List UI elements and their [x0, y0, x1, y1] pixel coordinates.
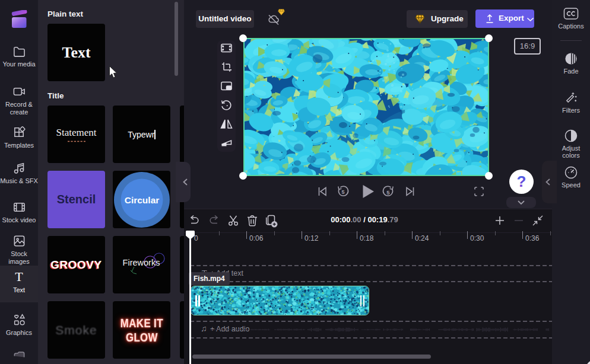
svg-text:Fireworks: Fireworks: [123, 258, 160, 267]
svg-text:5: 5: [386, 189, 390, 196]
svg-text:?: ?: [517, 173, 526, 190]
svg-text:T: T: [15, 270, 23, 284]
svg-text:Circular: Circular: [125, 195, 160, 205]
svg-text:5: 5: [341, 189, 344, 195]
